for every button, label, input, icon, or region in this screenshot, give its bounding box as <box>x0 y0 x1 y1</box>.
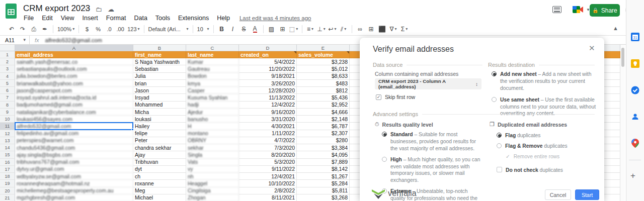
calendar-icon[interactable]: 31 <box>629 31 640 42</box>
borders-button[interactable]: ⊞ <box>277 24 288 35</box>
cell-B16[interactable]: Tribhuvan <box>133 159 186 166</box>
cell-C19[interactable]: Heaggel <box>186 180 239 187</box>
cell-D9[interactable]: 9/16/2020 <box>239 109 297 116</box>
cell-E5[interactable]: $483 <box>297 80 350 87</box>
cell-C9[interactable]: Ajedur <box>186 109 239 116</box>
more-formats-button[interactable]: 123▾ <box>126 24 141 35</box>
row-number[interactable]: 19 <box>0 180 15 187</box>
duplicates-option-2[interactable]: Flag & Remove duplicates <box>497 143 592 150</box>
insert-link-button[interactable]: ∞ <box>355 24 366 35</box>
insert-comment-button[interactable]: ⊞ <box>366 24 377 35</box>
scrollbar-thumb[interactable] <box>621 48 624 67</box>
cell-C20[interactable]: Cingilsiga <box>186 187 239 194</box>
cell-C6[interactable]: Casper <box>186 87 239 94</box>
row-number[interactable]: 3 <box>0 65 15 72</box>
menu-help[interactable]: Help <box>213 14 233 22</box>
meet-button[interactable]: ▼ <box>573 5 590 14</box>
row-number[interactable]: 18 <box>0 173 15 180</box>
format-percent-button[interactable]: % <box>93 24 104 35</box>
cell-D19[interactable]: 10/10/2022 <box>239 180 297 187</box>
menu-view[interactable]: View <box>57 14 78 22</box>
cell-A8[interactable]: badjumohamed@gmail.com <box>15 102 133 109</box>
row-number[interactable]: 17 <box>0 166 15 173</box>
cell-E15[interactable]: $4,095 <box>297 151 350 158</box>
document-title[interactable]: CRM export 2023 <box>23 4 90 14</box>
duplicates-option-3[interactable]: ✓Remove entire rows <box>506 153 592 160</box>
cell-B10[interactable]: loukasi <box>133 116 186 123</box>
cell-A13[interactable]: peterspies@warnet.com <box>15 137 133 144</box>
cell-A3[interactable]: sebastianpaulis@outlook.com <box>15 65 133 72</box>
italic-button[interactable]: I <box>227 24 238 35</box>
cell-B19[interactable]: roxanne <box>133 180 186 187</box>
cell-B13[interactable]: Peter <box>133 137 186 144</box>
row-number[interactable]: 1 <box>0 51 15 58</box>
functions-button[interactable]: Σ▾ <box>399 24 410 35</box>
cell-B5[interactable]: brian <box>133 80 186 87</box>
paint-format-button[interactable]: ✒ <box>39 24 50 35</box>
row-number[interactable]: 16 <box>0 159 15 166</box>
move-folder-icon[interactable]: 🗀 <box>96 6 102 13</box>
column-select[interactable]: CRM export 2023 - Column A (email_addres… <box>375 78 481 89</box>
menu-format[interactable]: Format <box>103 14 130 22</box>
cell-A5[interactable]: brianwalkabust@yahoo.com <box>15 80 133 87</box>
row-number[interactable]: 12 <box>0 130 15 137</box>
text-color-button[interactable]: A <box>250 24 261 35</box>
cell-C3[interactable]: Gautreau <box>186 65 239 72</box>
cell-E21[interactable]: $3,268 <box>297 194 350 201</box>
cell-E17[interactable]: $8,142 <box>297 166 350 173</box>
cell-D2[interactable]: 5/4/2022 <box>239 58 297 65</box>
cell-A7[interactable]: irsyad.syahrul.adi.interna@octa.id <box>15 94 133 101</box>
zoom-select[interactable]: 100%▾ <box>56 24 76 35</box>
row-number[interactable]: 2 <box>0 58 15 65</box>
increase-decimals-button[interactable]: .00 <box>115 24 126 35</box>
cell-B7[interactable]: Irsyad <box>133 94 186 101</box>
cell-B14[interactable]: chandra sekhar <box>133 144 186 151</box>
cell-D3[interactable]: 11/20/2022 <box>239 65 297 72</box>
row-number[interactable]: 7 <box>0 94 15 101</box>
cell-E7[interactable]: $5,436 <box>297 94 350 101</box>
column-header-D[interactable]: D <box>239 45 297 51</box>
cell-D17[interactable]: 9/11/2022 <box>239 166 297 173</box>
merge-cells-button[interactable]: ⬚▾ <box>288 24 299 35</box>
format-currency-button[interactable]: $ <box>82 24 93 35</box>
row-number[interactable]: 21 <box>0 194 15 201</box>
cell-B17[interactable]: dyt <box>133 166 186 173</box>
cell-A12[interactable]: felipedinho.av@gmail.com <box>15 130 133 137</box>
formula-input[interactable]: alfredo532@gmail.com <box>45 37 102 43</box>
cell-A21[interactable]: mgzhgbresh@gmail.com <box>15 194 133 201</box>
cell-C18[interactable]: nh <box>186 173 239 180</box>
cell-D14[interactable]: 7/3/2020 <box>239 144 297 151</box>
cell-B12[interactable]: felipe <box>133 130 186 137</box>
add-addon-icon[interactable]: + <box>630 171 635 181</box>
cell-E2[interactable]: $3,238 <box>297 58 350 65</box>
tasks-icon[interactable] <box>629 84 640 95</box>
cell-E9[interactable]: $4,666 <box>297 109 350 116</box>
close-icon[interactable]: ✕ <box>589 44 595 53</box>
cell-C1[interactable]: last_name <box>186 51 239 58</box>
keep-icon[interactable] <box>629 58 640 69</box>
cell-C8[interactable]: hadji <box>186 102 239 109</box>
row-number[interactable]: 15 <box>0 151 15 158</box>
vertical-scrollbar[interactable] <box>620 45 625 201</box>
row-number[interactable]: 10 <box>0 116 15 123</box>
cell-A17[interactable]: dytvy.ur@gmail.com <box>15 166 133 173</box>
cell-D8[interactable]: 12/4/2022 <box>239 102 297 109</box>
cell-D13[interactable]: 4/7/2022 <box>239 137 297 144</box>
row-number[interactable]: 8 <box>0 102 15 109</box>
cell-C17[interactable]: vy <box>186 166 239 173</box>
menu-tools[interactable]: Tools <box>152 14 174 22</box>
maps-icon[interactable] <box>629 138 640 149</box>
cell-A4[interactable]: julia.bowdon@berles.com <box>15 73 133 80</box>
row-number[interactable]: 9 <box>0 109 15 116</box>
cell-C11[interactable]: H <box>186 123 239 130</box>
cell-B9[interactable]: Micha <box>133 109 186 116</box>
vertical-align-button[interactable]: ⊥▾ <box>316 24 327 35</box>
quality-option-high[interactable]: High – Much higher quality, so you can e… <box>382 156 481 184</box>
cell-B15[interactable]: Ajay <box>133 151 186 158</box>
bold-button[interactable]: B <box>216 24 227 35</box>
cell-E4[interactable]: $8,633 <box>297 73 350 80</box>
cell-C12[interactable]: montano <box>186 130 239 137</box>
fill-color-button[interactable]: ▨ <box>266 24 277 35</box>
cell-A15[interactable]: ajay.singla@bsgbs.com <box>15 151 133 158</box>
cell-B11[interactable]: Hailey <box>133 123 186 130</box>
